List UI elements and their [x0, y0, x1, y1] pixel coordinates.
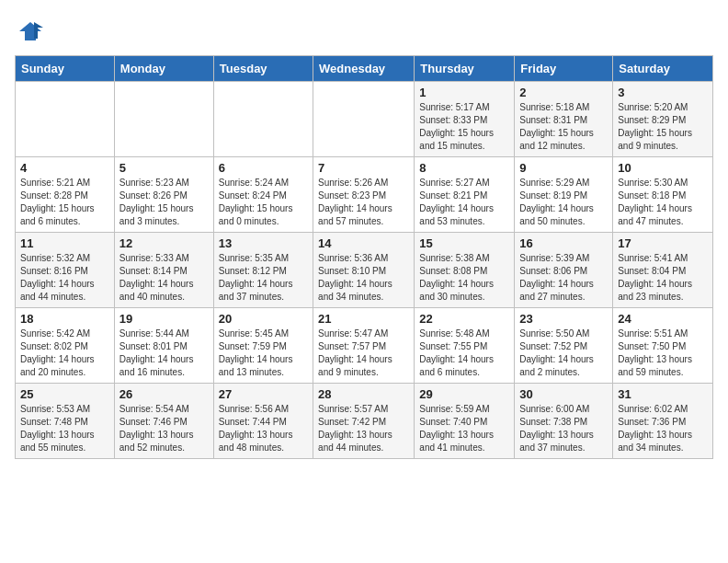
day-number: 24 — [618, 312, 708, 326]
week-row-2: 4Sunrise: 5:21 AMSunset: 8:28 PMDaylight… — [16, 157, 713, 233]
calendar-cell: 1Sunrise: 5:17 AMSunset: 8:33 PMDaylight… — [415, 82, 515, 157]
calendar-cell: 9Sunrise: 5:29 AMSunset: 8:19 PMDaylight… — [515, 157, 613, 233]
day-number: 1 — [419, 86, 509, 99]
cell-content: Sunrise: 5:17 AMSunset: 8:33 PMDaylight:… — [419, 101, 509, 153]
cell-content: Sunrise: 5:33 AMSunset: 8:14 PMDaylight:… — [119, 252, 209, 304]
calendar-cell: 18Sunrise: 5:42 AMSunset: 8:02 PMDayligh… — [16, 308, 115, 384]
calendar-table: SundayMondayTuesdayWednesdayThursdayFrid… — [15, 55, 713, 459]
day-header-tuesday: Tuesday — [213, 56, 313, 82]
cell-content: Sunrise: 5:24 AMSunset: 8:24 PMDaylight:… — [219, 177, 308, 228]
day-header-wednesday: Wednesday — [313, 56, 415, 82]
calendar-cell: 22Sunrise: 5:48 AMSunset: 7:55 PMDayligh… — [415, 308, 515, 384]
cell-content: Sunrise: 5:57 AMSunset: 7:42 PMDaylight:… — [318, 403, 409, 454]
cell-content: Sunrise: 5:39 AMSunset: 8:06 PMDaylight:… — [519, 252, 608, 304]
cell-content: Sunrise: 5:45 AMSunset: 7:59 PMDaylight:… — [219, 327, 308, 379]
cell-content: Sunrise: 6:02 AMSunset: 7:36 PMDaylight:… — [618, 403, 708, 454]
day-number: 6 — [219, 161, 308, 175]
calendar-cell — [16, 82, 115, 157]
page-header — [15, 15, 713, 48]
day-number: 5 — [119, 161, 209, 175]
day-number: 31 — [618, 387, 708, 401]
day-number: 28 — [318, 387, 409, 401]
cell-content: Sunrise: 5:38 AMSunset: 8:08 PMDaylight:… — [419, 252, 509, 304]
day-number: 16 — [519, 236, 608, 250]
week-row-3: 11Sunrise: 5:32 AMSunset: 8:16 PMDayligh… — [16, 233, 713, 308]
calendar-cell: 30Sunrise: 6:00 AMSunset: 7:38 PMDayligh… — [515, 384, 613, 459]
day-number: 10 — [618, 161, 708, 175]
day-number: 13 — [219, 236, 308, 250]
day-number: 29 — [419, 387, 509, 401]
day-header-friday: Friday — [515, 56, 613, 82]
cell-content: Sunrise: 5:23 AMSunset: 8:26 PMDaylight:… — [119, 177, 209, 228]
calendar-cell: 15Sunrise: 5:38 AMSunset: 8:08 PMDayligh… — [415, 233, 515, 308]
cell-content: Sunrise: 5:26 AMSunset: 8:23 PMDaylight:… — [318, 177, 409, 228]
day-number: 25 — [20, 387, 109, 401]
calendar-cell — [213, 82, 313, 157]
day-header-row: SundayMondayTuesdayWednesdayThursdayFrid… — [16, 56, 713, 82]
logo-icon — [17, 18, 43, 44]
day-number: 20 — [219, 312, 308, 326]
day-number: 7 — [318, 161, 409, 175]
calendar-cell: 23Sunrise: 5:50 AMSunset: 7:52 PMDayligh… — [515, 308, 613, 384]
day-number: 27 — [219, 387, 308, 401]
calendar-cell: 26Sunrise: 5:54 AMSunset: 7:46 PMDayligh… — [114, 384, 213, 459]
day-header-thursday: Thursday — [415, 56, 515, 82]
day-number: 4 — [20, 161, 109, 175]
calendar-cell: 28Sunrise: 5:57 AMSunset: 7:42 PMDayligh… — [313, 384, 415, 459]
day-number: 15 — [419, 236, 509, 250]
cell-content: Sunrise: 5:51 AMSunset: 7:50 PMDaylight:… — [618, 327, 708, 379]
calendar-cell: 6Sunrise: 5:24 AMSunset: 8:24 PMDaylight… — [213, 157, 313, 233]
day-number: 8 — [419, 161, 509, 175]
calendar-cell: 11Sunrise: 5:32 AMSunset: 8:16 PMDayligh… — [16, 233, 115, 308]
calendar-cell: 17Sunrise: 5:41 AMSunset: 8:04 PMDayligh… — [613, 233, 713, 308]
calendar-cell: 29Sunrise: 5:59 AMSunset: 7:40 PMDayligh… — [415, 384, 515, 459]
calendar-cell: 5Sunrise: 5:23 AMSunset: 8:26 PMDaylight… — [114, 157, 213, 233]
day-number: 14 — [318, 236, 409, 250]
cell-content: Sunrise: 5:53 AMSunset: 7:48 PMDaylight:… — [20, 403, 109, 454]
day-number: 2 — [519, 86, 608, 99]
day-number: 26 — [119, 387, 209, 401]
cell-content: Sunrise: 5:27 AMSunset: 8:21 PMDaylight:… — [419, 177, 509, 228]
day-number: 19 — [119, 312, 209, 326]
day-number: 23 — [519, 312, 608, 326]
cell-content: Sunrise: 5:21 AMSunset: 8:28 PMDaylight:… — [20, 177, 109, 228]
calendar-cell: 4Sunrise: 5:21 AMSunset: 8:28 PMDaylight… — [16, 157, 115, 233]
calendar-cell: 27Sunrise: 5:56 AMSunset: 7:44 PMDayligh… — [213, 384, 313, 459]
cell-content: Sunrise: 5:59 AMSunset: 7:40 PMDaylight:… — [419, 403, 509, 454]
cell-content: Sunrise: 5:47 AMSunset: 7:57 PMDaylight:… — [318, 327, 409, 379]
day-number: 30 — [519, 387, 608, 401]
cell-content: Sunrise: 5:30 AMSunset: 8:18 PMDaylight:… — [618, 177, 708, 228]
cell-content: Sunrise: 5:50 AMSunset: 7:52 PMDaylight:… — [519, 327, 608, 379]
calendar-cell: 2Sunrise: 5:18 AMSunset: 8:31 PMDaylight… — [515, 82, 613, 157]
calendar-cell: 25Sunrise: 5:53 AMSunset: 7:48 PMDayligh… — [16, 384, 115, 459]
calendar-cell — [313, 82, 415, 157]
day-number: 17 — [618, 236, 708, 250]
cell-content: Sunrise: 5:32 AMSunset: 8:16 PMDaylight:… — [20, 252, 109, 304]
cell-content: Sunrise: 5:56 AMSunset: 7:44 PMDaylight:… — [219, 403, 308, 454]
calendar-cell: 8Sunrise: 5:27 AMSunset: 8:21 PMDaylight… — [415, 157, 515, 233]
day-number: 18 — [20, 312, 109, 326]
day-number: 22 — [419, 312, 509, 326]
cell-content: Sunrise: 5:20 AMSunset: 8:29 PMDaylight:… — [618, 101, 708, 153]
week-row-4: 18Sunrise: 5:42 AMSunset: 8:02 PMDayligh… — [16, 308, 713, 384]
day-header-sunday: Sunday — [16, 56, 115, 82]
day-header-monday: Monday — [114, 56, 213, 82]
cell-content: Sunrise: 6:00 AMSunset: 7:38 PMDaylight:… — [519, 403, 608, 454]
cell-content: Sunrise: 5:18 AMSunset: 8:31 PMDaylight:… — [519, 101, 608, 153]
calendar-cell: 16Sunrise: 5:39 AMSunset: 8:06 PMDayligh… — [515, 233, 613, 308]
calendar-cell: 10Sunrise: 5:30 AMSunset: 8:18 PMDayligh… — [613, 157, 713, 233]
week-row-1: 1Sunrise: 5:17 AMSunset: 8:33 PMDaylight… — [16, 82, 713, 157]
calendar-cell: 31Sunrise: 6:02 AMSunset: 7:36 PMDayligh… — [613, 384, 713, 459]
logo — [15, 18, 43, 48]
calendar-cell: 20Sunrise: 5:45 AMSunset: 7:59 PMDayligh… — [213, 308, 313, 384]
calendar-cell: 3Sunrise: 5:20 AMSunset: 8:29 PMDaylight… — [613, 82, 713, 157]
calendar-cell: 24Sunrise: 5:51 AMSunset: 7:50 PMDayligh… — [613, 308, 713, 384]
day-header-saturday: Saturday — [613, 56, 713, 82]
cell-content: Sunrise: 5:48 AMSunset: 7:55 PMDaylight:… — [419, 327, 509, 379]
day-number: 12 — [119, 236, 209, 250]
cell-content: Sunrise: 5:36 AMSunset: 8:10 PMDaylight:… — [318, 252, 409, 304]
week-row-5: 25Sunrise: 5:53 AMSunset: 7:48 PMDayligh… — [16, 384, 713, 459]
calendar-cell: 12Sunrise: 5:33 AMSunset: 8:14 PMDayligh… — [114, 233, 213, 308]
cell-content: Sunrise: 5:42 AMSunset: 8:02 PMDaylight:… — [20, 327, 109, 379]
calendar-cell: 21Sunrise: 5:47 AMSunset: 7:57 PMDayligh… — [313, 308, 415, 384]
